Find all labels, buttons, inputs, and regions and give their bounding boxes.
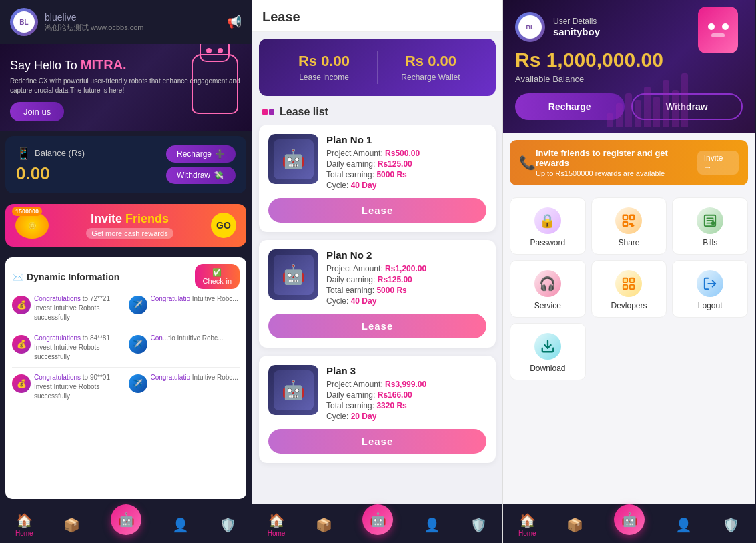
feature-devlopers[interactable]: Devlopers xyxy=(591,260,667,318)
right-panel: BL User Details sanityboy Rs 1,000,000.0… xyxy=(503,0,755,543)
home-icon: 🏠 xyxy=(16,512,33,528)
news-divider-2 xyxy=(12,367,240,368)
service-icon: 🎧 xyxy=(534,270,561,297)
list-item: 💰 Congratulations to 72**21 Invest Intui… xyxy=(12,294,123,322)
plan-cycle-2: Cycle: 40 Day xyxy=(326,296,486,306)
speaker-icon[interactable]: 📢 xyxy=(227,15,242,29)
nav-shield-r[interactable]: 🛡️ xyxy=(723,517,739,533)
lease-income-label: Lease income xyxy=(271,73,377,82)
nav-home-c[interactable]: 🏠 Home xyxy=(268,512,286,537)
shield-icon-r: 🛡️ xyxy=(723,517,739,533)
bottom-nav-right: 🏠 Home 📦 🤖 👤 🛡️ xyxy=(503,504,755,543)
invite-subtitle: Get more cash rewards xyxy=(86,228,173,239)
lease-button-2[interactable]: Lease xyxy=(268,314,486,338)
plan-cycle-1: Cycle: 40 Day xyxy=(326,181,486,190)
feature-label-download: Download xyxy=(530,364,565,373)
invite-strip-icon: 📞 xyxy=(519,155,536,171)
dynamic-section: ✉️ Dynamic Information ✅ Check-in 💰 Cong… xyxy=(5,257,246,499)
join-button[interactable]: Join us xyxy=(10,102,64,121)
nav-center-r[interactable]: 🤖 xyxy=(614,514,645,535)
user-avatar: BL xyxy=(515,12,545,42)
news-avatar-3: 💰 xyxy=(12,335,31,354)
nav-profile-r[interactable]: 👤 xyxy=(675,517,692,533)
lease-button-3[interactable]: Lease xyxy=(268,429,486,454)
feature-download[interactable]: Download xyxy=(510,323,586,380)
feature-password[interactable]: 🔒 Password xyxy=(510,197,586,255)
nav-cube[interactable]: 📦 xyxy=(63,517,80,533)
header-url: 鸿创论坛测试 www.ocbbs.com xyxy=(45,23,220,33)
balance-title: Balance (Rs) xyxy=(35,148,85,158)
lease-list-title: Lease list xyxy=(280,106,328,118)
center-bot-icon[interactable]: 🤖 xyxy=(111,504,141,535)
nav-profile[interactable]: 👤 xyxy=(172,517,189,533)
balance-amount: 0.00 xyxy=(16,163,85,184)
invite-strip[interactable]: 📞 Invite friends to register and get rew… xyxy=(510,140,748,185)
feature-bills[interactable]: Bills xyxy=(672,197,748,255)
nav-home[interactable]: 🏠 Home xyxy=(15,512,33,537)
invite-arrow-button[interactable]: Invite → xyxy=(697,151,739,175)
svg-rect-2 xyxy=(623,222,627,226)
news-avatar-4: ✈️ xyxy=(129,335,147,354)
nav-cube-r[interactable]: 📦 xyxy=(566,517,583,533)
recharge-button[interactable]: Recharge ➕ xyxy=(166,145,236,163)
shield-icon: 🛡️ xyxy=(220,517,236,533)
plan-project-2: Project Amount: Rs1,200.00 xyxy=(326,264,486,274)
withdraw-button[interactable]: Withdraw 💸 xyxy=(166,167,236,184)
feature-label-devlopers: Devlopers xyxy=(611,301,647,310)
news-divider xyxy=(12,328,240,328)
center-bot-icon-r[interactable]: 🤖 xyxy=(614,504,645,535)
right-header: BL User Details sanityboy Rs 1,000,000.0… xyxy=(503,0,755,133)
home-icon-c: 🏠 xyxy=(268,512,285,528)
logout-icon xyxy=(697,270,723,297)
phone-icon: 📱 xyxy=(16,146,31,161)
invite-banner[interactable]: 1500000 🪙 Invite Friends Get more cash r… xyxy=(5,204,246,247)
dynamic-title: Dynamic Information xyxy=(27,272,119,282)
list-item: 💰 Congratulations to 90**01 Invest Intui… xyxy=(12,373,123,401)
plan-name-2: Plan No 2 xyxy=(326,249,486,261)
share-icon xyxy=(615,207,642,234)
profile-icon-r: 👤 xyxy=(675,517,692,533)
plan-card-1: 🤖 Plan No 1 Project Amount: Rs500.00 Dai… xyxy=(259,125,496,232)
plan-image-2: 🤖 xyxy=(268,249,318,300)
svg-rect-9 xyxy=(623,278,627,282)
nav-cube-c[interactable]: 📦 xyxy=(316,517,332,533)
password-icon: 🔒 xyxy=(534,207,561,234)
center-bot-icon-c[interactable]: 🤖 xyxy=(362,504,393,535)
feature-grid: 🔒 Password Share Bills xyxy=(503,192,755,386)
invite-coins: 1500000 🪙 xyxy=(15,212,49,239)
lease-button-1[interactable]: Lease xyxy=(268,198,486,223)
bills-icon xyxy=(697,207,723,234)
hero-robot-illustration xyxy=(185,47,245,127)
news-text-4: Con...tio Intuitive Robc... xyxy=(151,334,224,343)
devlopers-icon xyxy=(615,270,642,297)
nav-shield[interactable]: 🛡️ xyxy=(220,517,236,533)
feature-label-share: Share xyxy=(618,238,639,247)
plan-total-3: Total earning: 3320 Rs xyxy=(326,401,486,410)
username: sanityboy xyxy=(553,26,600,37)
plan-card-2: 🤖 Plan No 2 Project Amount: Rs1,200.00 D… xyxy=(259,240,496,348)
nav-home-r[interactable]: 🏠 Home xyxy=(518,512,536,537)
invite-strip-title: Invite friends to register and get rewar… xyxy=(536,148,697,168)
feature-service[interactable]: 🎧 Service xyxy=(510,260,586,318)
recharge-wallet-label: Recharge Wallet xyxy=(378,73,484,82)
checkin-button[interactable]: ✅ Check-in xyxy=(195,264,240,289)
svg-rect-10 xyxy=(630,278,634,282)
center-panel: Lease Rs 0.00 Lease income Rs 0.00 Recha… xyxy=(252,0,503,543)
nav-center[interactable]: 🤖 xyxy=(111,514,141,535)
nav-home-label-r: Home xyxy=(518,530,536,537)
hero-banner: Say Hello To MITRA. Redefine CX with pow… xyxy=(0,44,252,131)
feature-share[interactable]: Share xyxy=(591,197,667,255)
svg-rect-11 xyxy=(623,285,627,289)
list-item: ✈️ Congratulatio Intuitive Robc... xyxy=(129,373,240,401)
plan-total-1: Total earning: 5000 Rs xyxy=(326,170,486,179)
nav-shield-c[interactable]: 🛡️ xyxy=(470,517,487,533)
nav-center-c[interactable]: 🤖 xyxy=(362,514,393,535)
list-icon xyxy=(262,109,274,115)
feature-logout[interactable]: Logout xyxy=(672,260,748,318)
plan-daily-3: Daily earning: Rs166.00 xyxy=(326,390,486,400)
lease-list-header: Lease list xyxy=(252,103,502,125)
center-header: Lease xyxy=(252,0,502,32)
cube-icon-r: 📦 xyxy=(566,517,583,533)
go-button[interactable]: GO xyxy=(211,213,236,238)
nav-profile-c[interactable]: 👤 xyxy=(424,517,440,533)
